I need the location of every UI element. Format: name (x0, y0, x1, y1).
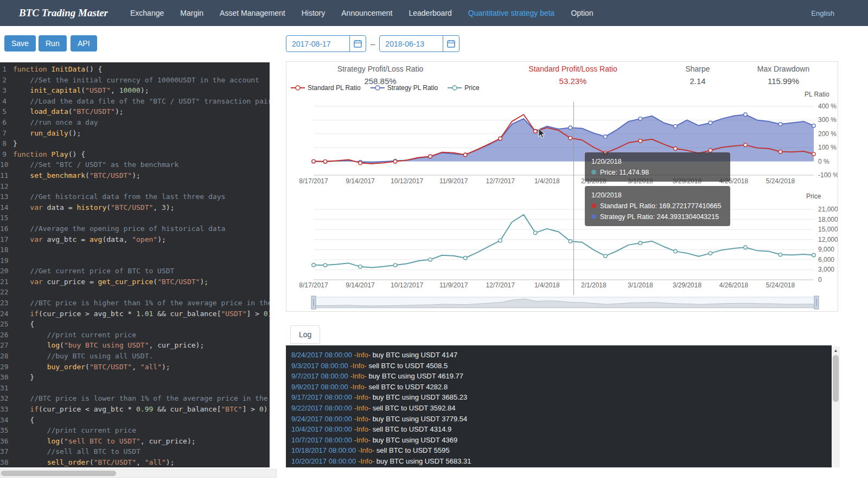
svg-text:8/17/2017: 8/17/2017 (299, 281, 328, 289)
nav-item-option[interactable]: Option (563, 0, 601, 26)
svg-text:10/12/2017: 10/12/2017 (391, 281, 423, 289)
svg-text:9/14/2017: 9/14/2017 (346, 177, 375, 185)
code-line: 20 //Get current price of BTC to USDT (0, 266, 270, 277)
code-line: 13 //Get historical data from the last t… (0, 191, 270, 202)
log-entry: 10/4/2017 08:00:00 -Info- sell BTC to US… (291, 424, 832, 435)
nav-item-margin[interactable]: Margin (172, 0, 212, 26)
svg-text:8/17/2017: 8/17/2017 (299, 177, 328, 185)
svg-text:3/29/2018: 3/29/2018 (673, 281, 702, 289)
svg-text:21,000: 21,000 (818, 206, 838, 213)
code-line: 29 buy_order("BTC/USDT", "all"); (0, 362, 270, 373)
nav-item-asset-management[interactable]: Asset Management (212, 0, 293, 26)
pl-ratio-chart[interactable]: 400 %300 %200 %100 %0 %-100 %8/17/20179/… (299, 91, 838, 185)
price-chart[interactable]: 21,00018,00015,00012,0009,0006,0003,0000… (299, 192, 838, 289)
code-line: 28 //buy BTC using all USDT. (0, 351, 270, 362)
start-date-value: 2017-08-17 (286, 40, 331, 48)
svg-text:18,000: 18,000 (818, 216, 838, 223)
chart-tooltip: 1/20/2018Price: 11,474.98 (585, 152, 730, 182)
svg-text:300 %: 300 % (818, 116, 837, 124)
nav-item-quantitative-strategy-beta[interactable]: Quantitative strategy beta (460, 0, 563, 26)
scroll-up-icon[interactable]: ▲ (832, 346, 840, 354)
code-line: 33 if(cur_price < avg_btc * 0.99 && cur_… (0, 404, 270, 415)
datazoom-navigator[interactable] (311, 296, 819, 309)
log-entry: 9/24/2017 08:00:00 -Info- buy BTC using … (291, 414, 832, 425)
legend-marker-icon (448, 85, 462, 91)
run-button[interactable]: Run (39, 35, 67, 52)
save-button[interactable]: Save (4, 35, 36, 52)
code-line: 38 sell_order("BTC/USDT", "all"); (0, 457, 270, 467)
log-entry: 9/17/2017 08:00:00 -Info- buy BTC using … (291, 392, 832, 403)
scrollbar-thumb[interactable] (1, 471, 116, 476)
code-line: 15 (0, 213, 270, 223)
nav-item-announcement[interactable]: Announcement (333, 0, 400, 26)
legend-marker-icon (291, 85, 305, 91)
svg-text:12/7/2017: 12/7/2017 (486, 281, 515, 289)
code-line: 37 //sell all BTC to USDT (0, 446, 270, 457)
code-line: 9function Play() { (0, 149, 270, 160)
legend-item-standard-pl-ratio[interactable]: Standard PL Ratio (291, 84, 361, 92)
navbar: BTC Trading Master ExchangeMarginAsset M… (0, 0, 868, 26)
stat-sharpe: Sharpe2.14 (685, 65, 710, 86)
editor-horizontal-scrollbar[interactable] (0, 469, 277, 478)
calendar-icon[interactable] (349, 36, 366, 52)
start-date-input[interactable]: 2017-08-17 (286, 35, 366, 52)
svg-text:0: 0 (818, 276, 822, 284)
svg-text:9/14/2017: 9/14/2017 (346, 281, 375, 289)
api-button[interactable]: API (71, 35, 97, 52)
scrollbar-thumb[interactable] (833, 355, 839, 402)
legend-item-strategy-pl-ratio[interactable]: Strategy PL Ratio (371, 84, 438, 92)
code-line: 27 log("buy BTC using USDT", cur_price); (0, 340, 270, 351)
nav-item-exchange[interactable]: Exchange (122, 0, 172, 26)
price-axis-name: Price (806, 192, 821, 200)
svg-text:200 %: 200 % (818, 130, 837, 138)
stat-max-drawdown: Max Drawdown115.99% (757, 65, 809, 86)
code-line: 31 (0, 383, 270, 394)
nav-item-history[interactable]: History (293, 0, 334, 26)
code-line: 32 //BTC price is lower than 1% of the a… (0, 393, 270, 404)
svg-text:11/9/2017: 11/9/2017 (439, 177, 468, 185)
log-entry: 10/18/2017 08:00:00 -Info- sell BTC to U… (291, 445, 832, 456)
log-tab[interactable]: Log (290, 325, 320, 344)
calendar-icon[interactable] (443, 36, 459, 52)
code-line: 1function InitData() { (0, 64, 270, 75)
date-separator: – (371, 39, 375, 48)
end-date-input[interactable]: 2018-06-13 (379, 35, 459, 52)
code-line: 8} (0, 138, 270, 149)
nav-item-leaderboard[interactable]: Leaderboard (400, 0, 459, 26)
svg-text:15,000: 15,000 (818, 226, 838, 233)
svg-text:12,000: 12,000 (818, 236, 838, 243)
log-entry: 9/9/2017 08:00:00 -Info- sell BTC to USD… (291, 382, 832, 393)
code-line: 14 var data = history("BTC/USDT", 3); (0, 202, 270, 213)
code-line: 16 //Average the opening price of histor… (0, 223, 270, 234)
svg-text:9,000: 9,000 (818, 246, 834, 253)
brand-logo[interactable]: BTC Trading Master (19, 7, 108, 19)
svg-text:6,000: 6,000 (818, 256, 834, 264)
svg-text:3/1/2018: 3/1/2018 (628, 281, 653, 289)
code-line: 11 set_benchmark("BTC/USDT"); (0, 170, 270, 181)
svg-text:10/12/2017: 10/12/2017 (391, 177, 423, 185)
log-panel[interactable]: 8/24/2017 08:00:00 -Info- buy BTC using … (286, 345, 832, 467)
code-line: 5 load_data("BTC/USDT"); (0, 106, 270, 117)
svg-text:1/4/2018: 1/4/2018 (534, 281, 560, 289)
code-line: 4 //Load the data file of the "BTC / USD… (0, 96, 270, 107)
code-line: 23 //BTC price is higher than 1% of the … (0, 298, 270, 309)
svg-text:11/9/2017: 11/9/2017 (439, 281, 468, 289)
svg-text:5/24/2018: 5/24/2018 (766, 177, 795, 185)
svg-text:400 %: 400 % (818, 102, 837, 110)
strategy-charts[interactable]: 400 %300 %200 %100 %0 %-100 %8/17/20179/… (286, 62, 838, 311)
svg-text:12/7/2017: 12/7/2017 (486, 177, 515, 185)
svg-text:100 %: 100 % (818, 144, 837, 151)
code-line: 17 var avg_btc = avg(data, "open"); (0, 234, 270, 245)
code-editor[interactable]: 1function InitData() {2 //Set the initia… (0, 62, 270, 467)
code-line: 35 //print current price (0, 425, 270, 436)
code-line: 24 if(cur_price > avg_btc * 1.01 && cur_… (0, 309, 270, 319)
svg-text:3,000: 3,000 (818, 266, 834, 273)
legend-item-price[interactable]: Price (448, 84, 479, 92)
end-date-value: 2018-06-13 (380, 40, 424, 48)
svg-text:2/1/2018: 2/1/2018 (581, 281, 607, 289)
log-vertical-scrollbar[interactable]: ▲ (832, 346, 840, 467)
code-line: 21 var cur_price = get_cur_price("BTC/US… (0, 277, 270, 287)
code-line: 7 run_daily(); (0, 128, 270, 139)
language-selector[interactable]: English (811, 9, 834, 17)
log-entry: 10/7/2017 08:00:00 -Info- buy BTC using … (291, 435, 832, 446)
